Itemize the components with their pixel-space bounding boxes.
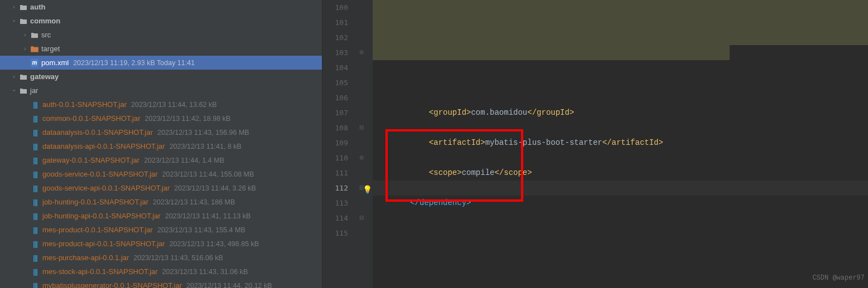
tree-item-file[interactable]: |||mes-purchase-api-0.0.1.jar2023/12/13 … <box>0 251 322 265</box>
line-number[interactable]: 102 <box>322 30 348 45</box>
tree-label: mes-product-api-0.0.1-SNAPSHOT.jar <box>42 240 165 248</box>
tree-item-file[interactable]: |||dataanalysis-0.0.1-SNAPSHOT.jar2023/1… <box>0 125 322 139</box>
line-number[interactable]: 105 <box>322 75 348 90</box>
fold-marker-icon[interactable]: ⊖ <box>359 154 364 160</box>
tree-meta: 2023/12/13 11:42, 18.98 kB <box>145 115 231 123</box>
line-number[interactable]: 114 <box>322 211 348 226</box>
tree-meta: 2023/12/13 11:44, 13.62 kB <box>131 101 217 109</box>
tree-item-file[interactable]: |||goods-service-api-0.0.1-SNAPSHOT.jar2… <box>0 181 322 195</box>
folder-icon <box>19 17 28 26</box>
chevron-right-icon: › <box>20 46 30 52</box>
tree-meta: 2023/12/13 11:44, 1.4 MB <box>144 157 224 164</box>
jar-file-icon: ||| <box>31 253 40 262</box>
project-tree-sidebar[interactable]: › auth › common › src › target m pom.xml… <box>0 0 322 288</box>
tree-label: gateway-0.0.1-SNAPSHOT.jar <box>42 156 139 164</box>
line-number[interactable]: 106 <box>322 90 348 105</box>
diff-highlight <box>373 45 730 60</box>
code-editor[interactable]: <groupId>com.baomidou</groupId> <artifac… <box>373 0 868 288</box>
tree-item-file[interactable]: |||dataanalysis-api-0.0.1-SNAPSHOT.jar20… <box>0 139 322 153</box>
tree-label: dataanalysis-api-0.0.1-SNAPSHOT.jar <box>42 142 165 150</box>
diff-highlight <box>373 0 868 45</box>
jar-file-icon: ||| <box>31 142 40 151</box>
line-number[interactable]: 108 <box>322 120 348 135</box>
line-number[interactable]: 112 <box>322 180 348 196</box>
jar-file-icon: ||| <box>31 198 40 207</box>
line-number[interactable]: 107 <box>322 105 348 120</box>
code-line[interactable] <box>373 256 868 271</box>
line-number[interactable]: 113 <box>322 196 348 211</box>
tree-item-auth[interactable]: › auth <box>0 0 322 14</box>
code-line[interactable]: <groupId>com.baomidou</groupId> <box>373 105 868 120</box>
tree-item-src[interactable]: › src <box>0 28 322 42</box>
tree-meta: 2023/12/13 11:43, 516.06 kB <box>133 254 223 262</box>
tree-label: gateway <box>30 72 59 81</box>
tree-label: mes-purchase-api-0.0.1.jar <box>42 253 129 262</box>
tree-meta: 2023/12/13 11:44, 155.08 MB <box>162 170 254 178</box>
line-number[interactable]: 110 <box>322 150 348 165</box>
tree-item-file[interactable]: |||mes-product-api-0.0.1-SNAPSHOT.jar202… <box>0 237 322 251</box>
chevron-down-icon: › <box>11 86 17 96</box>
jar-file-icon: ||| <box>31 240 40 248</box>
tree-item-file[interactable]: |||auth-0.0.1-SNAPSHOT.jar2023/12/13 11:… <box>0 97 322 111</box>
folder-icon <box>19 72 28 81</box>
tree-item-common[interactable]: › common <box>0 14 322 28</box>
tree-item-pom[interactable]: m pom.xml 2023/12/13 11:19, 2.93 kB Toda… <box>0 56 322 70</box>
watermark: CSDN @waper97 <box>812 271 865 286</box>
line-number[interactable]: 111 <box>322 165 348 180</box>
fold-marker-icon[interactable]: ⊟ <box>359 124 364 130</box>
jar-file-icon: ||| <box>31 114 40 123</box>
line-number[interactable]: 104 <box>322 60 348 75</box>
tree-label: pom.xml <box>41 58 69 67</box>
tree-meta: 2023/12/13 11:41, 11.13 kB <box>165 212 251 220</box>
line-number[interactable]: 101 <box>322 15 348 30</box>
jar-file-icon: ||| <box>31 267 40 276</box>
folder-icon <box>30 31 39 40</box>
maven-file-icon: m <box>30 58 39 67</box>
line-number[interactable]: 100 <box>322 0 348 15</box>
tree-label: jar <box>30 86 38 95</box>
fold-marker-icon[interactable]: ⊟ <box>359 214 364 221</box>
tree-item-file[interactable]: |||job-hunting-api-0.0.1-SNAPSHOT.jar202… <box>0 209 322 223</box>
tree-item-file[interactable]: |||mes-stock-api-0.0.1-SNAPSHOT.jar2023/… <box>0 265 322 279</box>
code-line[interactable] <box>373 226 868 241</box>
tree-label: mybatisplusgenerator-0.0.1-SNAPSHOT.jar <box>42 281 182 288</box>
tree-meta: 2023/12/13 11:41, 8 kB <box>170 143 242 150</box>
tree-label: dataanalysis-0.0.1-SNAPSHOT.jar <box>42 128 153 136</box>
line-number[interactable]: 115 <box>322 226 348 241</box>
jar-file-icon: ||| <box>31 281 40 289</box>
tree-item-jar[interactable]: › jar <box>0 84 322 97</box>
tree-item-file[interactable]: |||goods-service-0.0.1-SNAPSHOT.jar2023/… <box>0 167 322 181</box>
tree-item-file[interactable]: |||common-0.0.1-SNAPSHOT.jar2023/12/13 1… <box>0 111 322 125</box>
folder-icon <box>30 45 39 53</box>
line-number[interactable]: 103 <box>322 45 348 60</box>
line-number[interactable]: 109 <box>322 135 348 150</box>
tree-label: target <box>41 45 60 53</box>
jar-file-icon: ||| <box>31 184 40 193</box>
tree-item-file[interactable]: |||gateway-0.0.1-SNAPSHOT.jar2023/12/13 … <box>0 153 322 167</box>
tree-label: src <box>41 31 51 39</box>
tree-label: job-hunting-0.0.1-SNAPSHOT.jar <box>42 198 148 206</box>
jar-file-icon: ||| <box>31 170 40 179</box>
chevron-right-icon: › <box>9 74 19 80</box>
tree-item-file[interactable]: |||mybatisplusgenerator-0.0.1-SNAPSHOT.j… <box>0 279 322 288</box>
fold-marker-icon[interactable]: ⊖ <box>359 49 364 55</box>
tree-item-target[interactable]: › target <box>0 42 322 56</box>
folder-icon <box>19 3 28 12</box>
tree-item-file[interactable]: |||mes-product-0.0.1-SNAPSHOT.jar2023/12… <box>0 223 322 237</box>
tree-meta: 2023/12/13 11:43, 156.96 MB <box>157 129 249 136</box>
jar-file-icon: ||| <box>31 128 40 137</box>
tree-meta: 2023/12/13 11:43, 498.85 kB <box>170 240 259 248</box>
tree-item-file[interactable]: |||job-hunting-0.0.1-SNAPSHOT.jar2023/12… <box>0 195 322 209</box>
chevron-right-icon: › <box>20 32 30 38</box>
tree-label: auth-0.0.1-SNAPSHOT.jar <box>42 100 127 109</box>
fold-column[interactable]: ⊖ ⊟ ⊖ ⊟ ⊟ 💡 <box>356 0 373 288</box>
tree-label: common <box>30 17 60 25</box>
chevron-down-icon: › <box>11 16 17 26</box>
tree-meta: 2023/12/13 11:43, 31.06 kB <box>162 268 248 276</box>
tree-meta: 2023/12/13 11:44, 20.12 kB <box>186 282 272 289</box>
folder-icon <box>19 86 28 95</box>
code-line[interactable] <box>373 286 868 288</box>
intention-bulb-icon[interactable]: 💡 <box>363 185 372 194</box>
tree-label: auth <box>30 3 45 11</box>
tree-item-gateway[interactable]: › gateway <box>0 70 322 84</box>
